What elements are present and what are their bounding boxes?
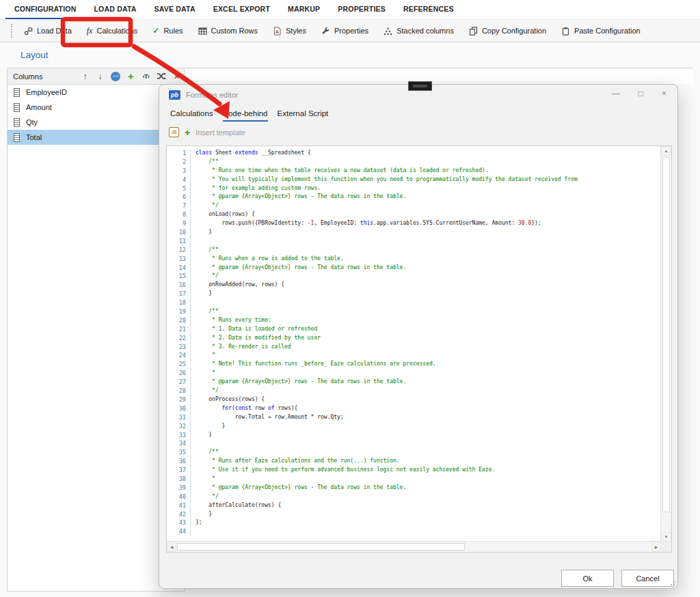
dialog-tab[interactable]: Code-behind bbox=[223, 109, 268, 122]
delete-icon[interactable]: × bbox=[172, 72, 181, 81]
code-text bbox=[191, 439, 196, 448]
rules-button[interactable]: ✓ Rules bbox=[152, 27, 183, 35]
resize-grip[interactable] bbox=[670, 581, 675, 586]
menu-item-label: SAVE DATA bbox=[154, 5, 196, 13]
properties-button[interactable]: Properties bbox=[321, 27, 368, 36]
dialog-tabs: Calculations Code-behind External Script bbox=[170, 109, 328, 122]
load-data-button[interactable]: Load Data bbox=[24, 27, 72, 36]
line-number: 21 bbox=[167, 325, 191, 334]
columns-list: EmployeeID Amount Qty Total bbox=[8, 85, 184, 145]
code-line: 7 */ bbox=[167, 202, 661, 210]
code-line: 23 * 3. Re-render is called bbox=[167, 343, 661, 352]
line-number: 11 bbox=[167, 237, 191, 246]
line-number: 44 bbox=[167, 527, 191, 536]
scroll-down-icon[interactable]: ▼ bbox=[661, 532, 671, 542]
column-list-item[interactable]: Amount bbox=[8, 100, 184, 115]
custom-rows-button[interactable]: Custom Rows bbox=[198, 27, 258, 36]
minimize-icon[interactable]: — bbox=[612, 88, 620, 99]
layout-right-pane bbox=[186, 68, 693, 84]
line-number: 8 bbox=[167, 210, 191, 219]
move-down-icon[interactable]: ↓ bbox=[96, 72, 105, 81]
code-line: 38 * bbox=[167, 475, 661, 484]
properties-label: Properties bbox=[334, 27, 368, 35]
paste-icon bbox=[561, 27, 570, 36]
load-data-label: Load Data bbox=[37, 27, 72, 35]
insert-plus-icon[interactable]: + bbox=[185, 128, 190, 137]
menu-item[interactable]: SAVE DATA bbox=[146, 0, 204, 19]
tab-label: Code-behind bbox=[223, 109, 268, 117]
menu-item[interactable]: MARKUP bbox=[279, 0, 329, 19]
styles-label: Styles bbox=[286, 27, 306, 35]
code-line: 29 onProcess(rows) { bbox=[167, 395, 661, 404]
line-number: 24 bbox=[167, 351, 191, 360]
columns-toolbar: ↑ ↓ ⋯ + ‹T› × bbox=[81, 71, 181, 81]
column-list-item[interactable]: EmployeeID bbox=[8, 85, 184, 100]
code-line: 9 rows.push({PBRowIdentity: -1, Employee… bbox=[167, 219, 661, 228]
code-line: 41 afterCalculate(rows) { bbox=[167, 501, 661, 510]
code-line: 21 * 1. Data is loaded or refreshed bbox=[167, 325, 661, 334]
code-line: 37 * Use it if you need to perform advan… bbox=[167, 466, 661, 475]
paste-configuration-button[interactable]: Paste Configuration bbox=[561, 27, 641, 36]
code-line: 36 * Runs after Eaze calculations and th… bbox=[167, 457, 661, 466]
code-line: 19 /** bbox=[167, 307, 661, 316]
calculations-label: Calculations bbox=[96, 27, 137, 35]
code-line: 10 } bbox=[167, 228, 661, 237]
toolbar-grip[interactable] bbox=[11, 24, 14, 38]
line-number: 12 bbox=[167, 246, 191, 255]
scroll-up-icon[interactable]: ▲ bbox=[661, 146, 671, 156]
add-column-icon[interactable]: + bbox=[126, 71, 135, 81]
code-text: */ bbox=[191, 492, 219, 501]
code-text: * Runs one time when the table receives … bbox=[191, 167, 489, 176]
maximize-icon[interactable]: □ bbox=[638, 88, 643, 99]
line-number: 31 bbox=[167, 413, 191, 422]
vertical-scrollbar[interactable]: ▲ ▼ bbox=[660, 146, 671, 542]
line-number: 27 bbox=[167, 378, 191, 387]
code-text bbox=[191, 298, 196, 307]
code-editor: 1 class Sheet extends __Spreadsheet { 2 … bbox=[166, 145, 672, 553]
stacked-columns-button[interactable]: Stacked columns bbox=[383, 27, 454, 36]
code-text: * Use it if you need to perform advanced… bbox=[191, 466, 495, 475]
code-line: 15 */ bbox=[167, 272, 661, 281]
code-line: 22 * 2. Data is modified by the user bbox=[167, 334, 661, 343]
code-area[interactable]: 1 class Sheet extends __Spreadsheet { 2 … bbox=[167, 146, 661, 542]
js-template-icon[interactable]: JS bbox=[169, 127, 179, 137]
vertical-scrollbar-thumb[interactable] bbox=[662, 157, 670, 512]
horizontal-scrollbar[interactable]: ◀ ▶ bbox=[167, 541, 661, 552]
shuffle-icon[interactable] bbox=[157, 72, 166, 80]
svg-text:A: A bbox=[275, 29, 279, 34]
code-line: 2 /** bbox=[167, 158, 661, 167]
line-number: 13 bbox=[167, 255, 191, 264]
menu-item-label: LOAD DATA bbox=[94, 5, 136, 13]
scroll-left-icon[interactable]: ◀ bbox=[167, 542, 176, 552]
more-options-icon[interactable]: ⋯ bbox=[111, 72, 120, 81]
styles-button[interactable]: A Styles bbox=[273, 27, 306, 36]
menu-item[interactable]: LOAD DATA bbox=[85, 0, 145, 19]
insert-template-label[interactable]: Insert template bbox=[196, 128, 245, 137]
layout-section-title: Layout bbox=[21, 50, 49, 60]
calculations-button[interactable]: fx Calculations bbox=[87, 26, 138, 36]
close-icon[interactable]: × bbox=[662, 88, 667, 99]
custom-rows-label: Custom Rows bbox=[211, 27, 258, 35]
horizontal-scrollbar-thumb[interactable] bbox=[177, 543, 465, 551]
cancel-button[interactable]: Cancel bbox=[621, 570, 674, 587]
line-number: 1 bbox=[167, 149, 191, 158]
code-text: } bbox=[191, 422, 225, 431]
line-number: 15 bbox=[167, 272, 191, 281]
menu-item[interactable]: PROPERTIES bbox=[329, 0, 394, 19]
code-line: 8 onLoad(rows) { bbox=[167, 210, 661, 219]
copy-configuration-button[interactable]: Copy Configuration bbox=[469, 27, 546, 36]
code-line: 33 } bbox=[167, 431, 661, 440]
rename-icon[interactable]: ‹T› bbox=[142, 73, 150, 80]
menu-item[interactable]: EXCEL EXPORT bbox=[204, 0, 279, 19]
column-list-item[interactable]: Qty bbox=[8, 115, 184, 130]
ok-button[interactable]: Ok bbox=[561, 570, 614, 587]
scroll-right-icon[interactable]: ▶ bbox=[651, 542, 661, 552]
column-list-item[interactable]: Total bbox=[8, 130, 184, 145]
dialog-tab[interactable]: Calculations bbox=[170, 109, 213, 122]
code-line: 25 * Note! This function runs _before_ E… bbox=[167, 360, 661, 369]
menu-item[interactable]: REFERENCES bbox=[394, 0, 463, 19]
move-up-icon[interactable]: ↑ bbox=[81, 72, 90, 81]
dialog-tab[interactable]: External Script bbox=[278, 109, 329, 122]
menu-item[interactable]: CONFIGURATION bbox=[5, 0, 85, 19]
menu-item-label: PROPERTIES bbox=[338, 5, 386, 13]
